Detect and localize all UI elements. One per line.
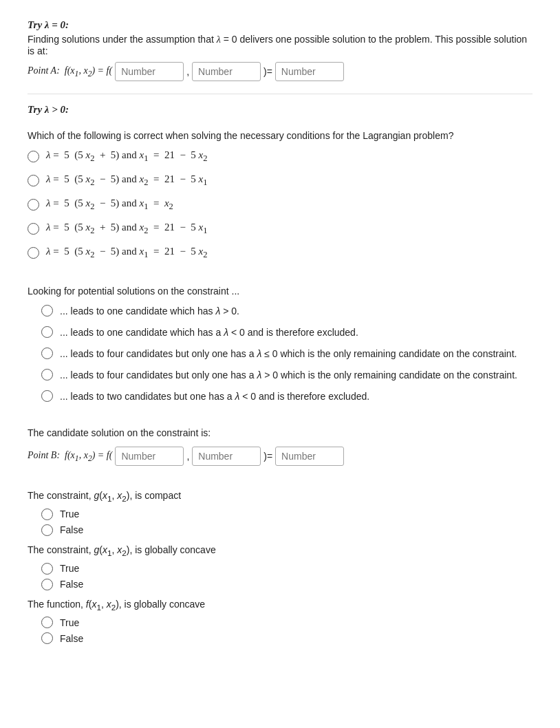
constraint-option-3-text: ... leads to four candidates but only on… bbox=[60, 348, 517, 359]
try-lambda-positive-section: Try λ > 0: Which of the following is cor… bbox=[28, 104, 532, 260]
lagrangian-question: Which of the following is correct when s… bbox=[28, 130, 532, 141]
constraint-option-1-text: ... leads to one candidate which has λ >… bbox=[60, 306, 239, 317]
radio-circle-1[interactable] bbox=[28, 151, 39, 162]
constraint-compact-true[interactable]: True bbox=[41, 508, 532, 520]
radio-concave-true[interactable] bbox=[41, 563, 53, 575]
point-b-input1[interactable] bbox=[115, 447, 184, 466]
function-concave-question: The function, f(x1, x2), is globally con… bbox=[28, 599, 532, 612]
constraint-option-2[interactable]: ... leads to one candidate which has a λ… bbox=[41, 326, 532, 338]
point-a-input2[interactable] bbox=[192, 62, 261, 81]
point-a-label: Point A: f(x1, x2) = f( bbox=[28, 65, 112, 78]
radio-circle-3[interactable] bbox=[28, 199, 39, 211]
radio-cs3[interactable] bbox=[41, 347, 53, 359]
radio-compact-false[interactable] bbox=[41, 524, 53, 536]
constraint-option-5-text: ... leads to two candidates but one has … bbox=[60, 391, 369, 402]
constraint-concave-question: The constraint, g(x1, x2), is globally c… bbox=[28, 544, 532, 557]
lagrangian-option-3[interactable]: λ = 5 (5 x2 − 5) and x1 = x2 bbox=[28, 197, 532, 212]
constraint-option-2-text: ... leads to one candidate which has a λ… bbox=[60, 327, 358, 338]
concave-true-label: True bbox=[60, 563, 79, 574]
radio-cs5[interactable] bbox=[41, 390, 53, 402]
function-concave-false[interactable]: False bbox=[41, 632, 532, 644]
lagrangian-option-3-text: λ = 5 (5 x2 − 5) and x1 = x2 bbox=[46, 197, 173, 212]
constraint-option-5[interactable]: ... leads to two candidates but one has … bbox=[41, 390, 532, 402]
point-a-input1[interactable] bbox=[115, 62, 184, 81]
lagrangian-option-1[interactable]: λ = 5 (5 x2 + 5) and x1 = 21 − 5 x2 bbox=[28, 149, 532, 164]
try-lambda-positive-title: Try λ > 0: bbox=[28, 104, 532, 116]
constraint-option-1[interactable]: ... leads to one candidate which has λ >… bbox=[41, 305, 532, 317]
function-concave-section: The function, f(x1, x2), is globally con… bbox=[28, 599, 532, 645]
radio-concave-false[interactable] bbox=[41, 579, 53, 590]
try-lambda-zero-section: Try λ = 0: Finding solutions under the a… bbox=[28, 19, 532, 81]
constraint-concave-false[interactable]: False bbox=[41, 579, 532, 590]
point-b-input3[interactable] bbox=[275, 447, 344, 466]
radio-cs1[interactable] bbox=[41, 305, 53, 317]
function-concave-true[interactable]: True bbox=[41, 617, 532, 628]
radio-circle-5[interactable] bbox=[28, 247, 39, 259]
concave-false-label: False bbox=[60, 579, 83, 590]
constraint-option-3[interactable]: ... leads to four candidates but only on… bbox=[41, 347, 532, 359]
point-b-line: Point B: f(x1, x2) = f( , )= bbox=[28, 447, 532, 466]
func-concave-true-label: True bbox=[60, 617, 79, 628]
point-a-input3[interactable] bbox=[275, 62, 344, 81]
candidate-solution-section: The candidate solution on the constraint… bbox=[28, 427, 532, 466]
radio-cs4[interactable] bbox=[41, 369, 53, 381]
compact-true-label: True bbox=[60, 508, 79, 520]
candidate-solution-intro: The candidate solution on the constraint… bbox=[28, 427, 532, 438]
constraint-compact-false[interactable]: False bbox=[41, 524, 532, 536]
lagrangian-option-1-text: λ = 5 (5 x2 + 5) and x1 = 21 − 5 x2 bbox=[46, 149, 208, 164]
constraint-concave-section: The constraint, g(x1, x2), is globally c… bbox=[28, 544, 532, 590]
radio-cs2[interactable] bbox=[41, 326, 53, 338]
radio-circle-4[interactable] bbox=[28, 223, 39, 235]
radio-compact-true[interactable] bbox=[41, 508, 53, 520]
lagrangian-option-5-text: λ = 5 (5 x2 − 5) and x1 = 21 − 5 x2 bbox=[46, 246, 208, 260]
lagrangian-option-2[interactable]: λ = 5 (5 x2 − 5) and x2 = 21 − 5 x1 bbox=[28, 173, 532, 188]
point-a-line: Point A: f(x1, x2) = f( , )= bbox=[28, 62, 532, 81]
constraint-search-intro: Looking for potential solutions on the c… bbox=[28, 286, 532, 297]
try-lambda-zero-title: Try λ = 0: bbox=[28, 19, 532, 31]
point-b-label: Point B: f(x1, x2) = f( bbox=[28, 450, 112, 463]
lagrangian-option-2-text: λ = 5 (5 x2 − 5) and x2 = 21 − 5 x1 bbox=[46, 173, 208, 188]
lagrangian-option-4-text: λ = 5 (5 x2 + 5) and x2 = 21 − 5 x1 bbox=[46, 222, 208, 236]
constraint-compact-section: The constraint, g(x1, x2), is compact Tr… bbox=[28, 490, 532, 536]
constraint-search-section: Looking for potential solutions on the c… bbox=[28, 286, 532, 402]
constraint-concave-true[interactable]: True bbox=[41, 563, 532, 575]
lagrangian-option-4[interactable]: λ = 5 (5 x2 + 5) and x2 = 21 − 5 x1 bbox=[28, 222, 532, 236]
compact-false-label: False bbox=[60, 524, 83, 535]
lagrangian-option-5[interactable]: λ = 5 (5 x2 − 5) and x1 = 21 − 5 x2 bbox=[28, 246, 532, 260]
constraint-compact-question: The constraint, g(x1, x2), is compact bbox=[28, 490, 532, 503]
func-concave-false-label: False bbox=[60, 633, 83, 644]
point-b-input2[interactable] bbox=[192, 447, 261, 466]
radio-func-concave-false[interactable] bbox=[41, 632, 53, 644]
divider1 bbox=[28, 94, 532, 94]
constraint-option-4-text: ... leads to four candidates but only on… bbox=[60, 370, 517, 381]
radio-func-concave-true[interactable] bbox=[41, 617, 53, 628]
radio-circle-2[interactable] bbox=[28, 175, 39, 186]
constraint-option-4[interactable]: ... leads to four candidates but only on… bbox=[41, 369, 532, 381]
lambda-zero-description: Finding solutions under the assumption t… bbox=[28, 34, 532, 56]
